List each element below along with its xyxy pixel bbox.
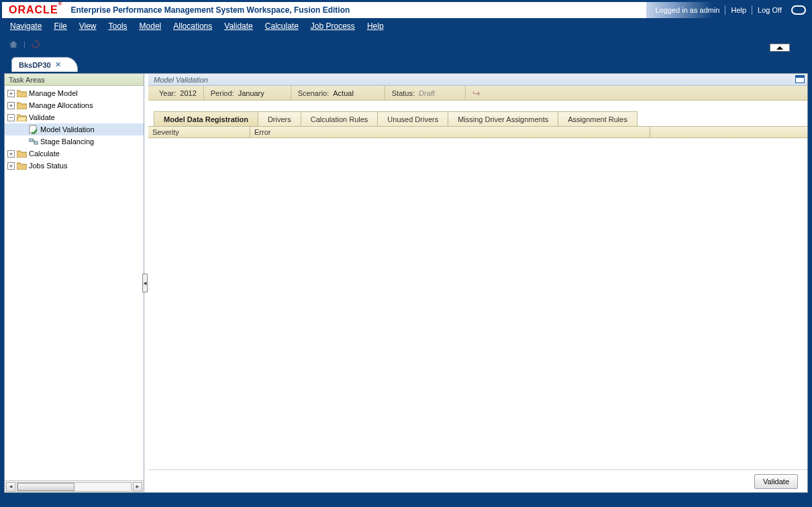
menu-validate[interactable]: Validate xyxy=(224,21,253,31)
folder-open-icon xyxy=(17,113,27,121)
maximize-icon[interactable] xyxy=(795,75,805,83)
svg-rect-4 xyxy=(34,142,38,144)
expander-blank xyxy=(19,138,27,146)
titlebar-right: Logged in as admin Help Log Off xyxy=(650,2,806,18)
workarea: Task Areas + Manage Model + Manage Alloc… xyxy=(4,73,808,493)
panel-title: Model Validation xyxy=(154,76,208,84)
tree-label: Validate xyxy=(29,113,55,121)
toolbar: | xyxy=(2,34,810,54)
pov-status-label: Status: xyxy=(392,89,415,97)
pov-bar: Year: 2012 Period: January Scenario: Act… xyxy=(148,86,807,101)
pov-scenario-value: Actual xyxy=(333,89,354,97)
menu-calculate[interactable]: Calculate xyxy=(265,21,299,31)
close-icon[interactable]: ✕ xyxy=(55,60,61,69)
home-icon[interactable] xyxy=(9,40,18,48)
collapse-icon[interactable]: − xyxy=(7,114,15,121)
splitter-grip-icon[interactable]: ◄ xyxy=(142,274,148,292)
tree-item-calculate[interactable]: + Calculate xyxy=(5,148,144,160)
tree-label: Calculate xyxy=(29,150,60,158)
tree-item-stage-balancing[interactable]: Stage Balancing xyxy=(5,135,144,148)
tree-label: Stage Balancing xyxy=(40,137,94,146)
folder-icon xyxy=(17,150,27,158)
pov-period[interactable]: Period: January xyxy=(204,86,291,100)
folder-icon xyxy=(17,101,27,109)
menu-file[interactable]: File xyxy=(54,21,66,31)
tree-item-jobs-status[interactable]: + Jobs Status xyxy=(5,160,144,172)
window-bottom-strip xyxy=(4,495,808,503)
document-tab-strip: BksDP30 ✕ xyxy=(2,54,810,71)
menu-view[interactable]: View xyxy=(79,21,97,31)
grid-body xyxy=(148,138,807,469)
scroll-left-icon[interactable]: ◄ xyxy=(6,482,15,492)
tab-assignment-rules[interactable]: Assignment Rules xyxy=(558,111,638,126)
col-spacer xyxy=(650,127,807,137)
logged-in-link[interactable]: Logged in as admin xyxy=(650,5,725,15)
grid-header: Severity Error xyxy=(148,126,807,138)
title-bar: ORACLE® Enterprise Performance Managemen… xyxy=(2,2,810,18)
document-tab-label: BksDP30 xyxy=(19,61,51,69)
pov-period-value: January xyxy=(238,89,264,97)
menu-help[interactable]: Help xyxy=(367,21,384,31)
pov-scenario-label: Scenario: xyxy=(298,89,329,97)
tree-label: Model Validation xyxy=(40,125,95,133)
expander-icon[interactable]: + xyxy=(7,90,15,97)
expander-icon[interactable]: + xyxy=(7,102,15,109)
sidebar: Task Areas + Manage Model + Manage Alloc… xyxy=(5,74,144,492)
tab-model-data-registration[interactable]: Model Data Registration xyxy=(154,111,258,126)
menu-bar: Navigate File View Tools Model Allocatio… xyxy=(2,18,810,34)
tabstrip: Model Data Registration Drivers Calculat… xyxy=(148,110,807,126)
panel-title-bar: Model Validation xyxy=(148,74,807,86)
tree-item-model-validation[interactable]: Model Validation xyxy=(5,123,144,135)
pov-period-label: Period: xyxy=(211,89,234,97)
pov-status[interactable]: Status: Draft xyxy=(385,86,466,100)
menu-tools[interactable]: Tools xyxy=(109,21,128,31)
expander-icon[interactable]: + xyxy=(7,162,15,170)
refresh-icon[interactable] xyxy=(31,40,40,49)
tab-drivers[interactable]: Drivers xyxy=(258,111,301,126)
content-panel: Model Validation Year: 2012 Period: Janu… xyxy=(148,74,807,492)
pov-status-value: Draft xyxy=(419,89,435,97)
expander-icon[interactable]: + xyxy=(7,150,15,158)
menu-allocations[interactable]: Allocations xyxy=(173,21,212,31)
tree-label: Manage Model xyxy=(29,89,78,97)
sidebar-title: Task Areas xyxy=(5,74,144,86)
tab-calculation-rules[interactable]: Calculation Rules xyxy=(301,111,378,126)
scroll-track[interactable] xyxy=(17,482,132,492)
app-title: Enterprise Performance Management System… xyxy=(70,5,350,15)
scroll-thumb[interactable] xyxy=(17,483,74,491)
tab-unused-drivers[interactable]: Unused Drivers xyxy=(377,111,448,126)
svg-marker-0 xyxy=(9,41,17,48)
svg-rect-3 xyxy=(30,139,33,142)
col-severity[interactable]: Severity xyxy=(148,127,250,137)
expander-blank xyxy=(19,126,27,133)
tree-label: Jobs Status xyxy=(29,162,67,170)
tree-item-validate[interactable]: − Validate xyxy=(5,111,144,123)
document-tab[interactable]: BksDP30 ✕ xyxy=(11,57,78,72)
go-arrow-icon[interactable]: ↪ xyxy=(466,88,482,99)
menu-model[interactable]: Model xyxy=(140,21,162,31)
check-sheet-icon xyxy=(29,125,38,134)
footer-bar: Validate xyxy=(148,469,807,492)
folder-icon xyxy=(17,89,27,97)
sidebar-scrollbar[interactable]: ◄ ► xyxy=(5,480,144,492)
pov-year-label: Year: xyxy=(159,89,176,97)
menu-jobprocess[interactable]: Job Process xyxy=(311,21,355,31)
task-tree: + Manage Model + Manage Allocations − Va… xyxy=(5,86,144,480)
scroll-right-icon[interactable]: ► xyxy=(133,482,142,492)
pov-year[interactable]: Year: 2012 xyxy=(152,86,204,100)
menu-navigate[interactable]: Navigate xyxy=(10,21,42,31)
toolbar-separator: | xyxy=(23,40,26,48)
validate-button[interactable]: Validate xyxy=(754,474,798,489)
brand-swoosh-icon xyxy=(791,5,806,15)
pov-year-value: 2012 xyxy=(180,89,196,97)
stage-icon xyxy=(29,137,38,146)
tree-item-manage-allocations[interactable]: + Manage Allocations xyxy=(5,99,144,111)
col-error[interactable]: Error xyxy=(250,127,650,137)
tree-item-manage-model[interactable]: + Manage Model xyxy=(5,87,144,99)
pov-scenario[interactable]: Scenario: Actual xyxy=(291,86,385,100)
folder-icon xyxy=(17,162,27,170)
help-link[interactable]: Help xyxy=(725,5,752,15)
tab-missing-driver-assignments[interactable]: Missing Driver Assignments xyxy=(448,111,558,126)
logoff-link[interactable]: Log Off xyxy=(752,5,787,15)
collapse-up-icon[interactable] xyxy=(770,44,790,52)
